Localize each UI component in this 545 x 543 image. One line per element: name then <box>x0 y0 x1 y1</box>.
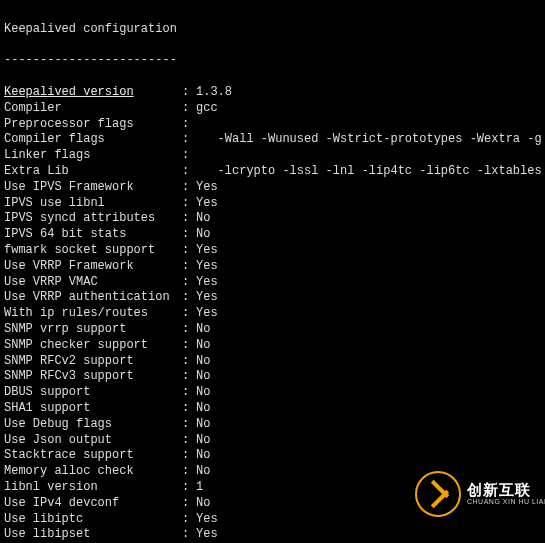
config-label: Keepalived version <box>4 85 182 101</box>
config-label: SHA1 support <box>4 401 182 417</box>
config-value: No <box>196 417 210 433</box>
config-row: Preprocessor flags: <box>4 117 541 133</box>
config-separator: : <box>182 512 196 528</box>
brand-logo: 创新互联 CHUANG XIN HU LIAN <box>415 469 535 519</box>
config-value: Yes <box>196 527 218 543</box>
config-row: Compiler flags: -Wall -Wunused -Wstrict-… <box>4 132 541 148</box>
config-label: Extra Lib <box>4 164 182 180</box>
config-separator: : <box>182 464 196 480</box>
config-row: fwmark socket support:Yes <box>4 243 541 259</box>
config-separator: : <box>182 527 196 543</box>
config-separator: : <box>182 448 196 464</box>
config-separator: : <box>182 101 196 117</box>
config-separator: : <box>182 243 196 259</box>
config-separator: : <box>182 180 196 196</box>
config-label: libnl version <box>4 480 182 496</box>
config-value: Yes <box>196 243 218 259</box>
config-row: SNMP RFCv3 support:No <box>4 369 541 385</box>
config-value: No <box>196 448 210 464</box>
config-label: Memory alloc check <box>4 464 182 480</box>
config-row: Use IPVS Framework:Yes <box>4 180 541 196</box>
config-row: With ip rules/routes:Yes <box>4 306 541 322</box>
config-label: Use IPVS Framework <box>4 180 182 196</box>
config-separator: : <box>182 433 196 449</box>
config-row: Keepalived version:1.3.8 <box>4 85 541 101</box>
config-row: Linker flags: <box>4 148 541 164</box>
config-value: No <box>196 385 210 401</box>
config-value: No <box>196 401 210 417</box>
config-label: Use VRRP Framework <box>4 259 182 275</box>
config-label: Linker flags <box>4 148 182 164</box>
config-value: Yes <box>196 259 218 275</box>
config-label: With ip rules/routes <box>4 306 182 322</box>
config-value: 1 <box>196 480 203 496</box>
config-separator: : <box>182 117 196 133</box>
config-separator: : <box>182 417 196 433</box>
config-value: Yes <box>196 290 218 306</box>
config-label: IPVS use libnl <box>4 196 182 212</box>
config-label: Use libiptc <box>4 512 182 528</box>
config-value: No <box>196 496 210 512</box>
config-value: No <box>196 338 210 354</box>
config-separator: : <box>182 480 196 496</box>
config-label: SNMP checker support <box>4 338 182 354</box>
config-label: Stacktrace support <box>4 448 182 464</box>
brand-name-cn: 创新互联 <box>467 482 545 499</box>
config-row: Compiler:gcc <box>4 101 541 117</box>
config-label: Compiler <box>4 101 182 117</box>
config-label: Use VRRP VMAC <box>4 275 182 291</box>
config-label: Use libipset <box>4 527 182 543</box>
config-separator: : <box>182 227 196 243</box>
config-label: DBUS support <box>4 385 182 401</box>
config-row: IPVS use libnl:Yes <box>4 196 541 212</box>
config-value: Yes <box>196 275 218 291</box>
config-separator: : <box>182 385 196 401</box>
config-row: Use VRRP Framework:Yes <box>4 259 541 275</box>
config-value: No <box>196 464 210 480</box>
config-value: -lcrypto -lssl -lnl -lip4tc -lip6tc -lxt… <box>196 164 542 180</box>
config-label: Use IPv4 devconf <box>4 496 182 512</box>
config-title: Keepalived configuration <box>4 22 541 38</box>
config-separator: : <box>182 401 196 417</box>
config-row: Use Json output:No <box>4 433 541 449</box>
config-value: Yes <box>196 196 218 212</box>
config-row: SNMP checker support:No <box>4 338 541 354</box>
config-separator: : <box>182 132 196 148</box>
brand-logo-icon <box>415 471 461 517</box>
config-label: Use VRRP authentication <box>4 290 182 306</box>
config-label: Use Json output <box>4 433 182 449</box>
config-value: No <box>196 227 210 243</box>
config-label: IPVS 64 bit stats <box>4 227 182 243</box>
config-value: No <box>196 322 210 338</box>
config-row: Extra Lib: -lcrypto -lssl -lnl -lip4tc -… <box>4 164 541 180</box>
config-row: Use Debug flags:No <box>4 417 541 433</box>
terminal-output: Keepalived configuration ---------------… <box>0 0 545 543</box>
config-value: No <box>196 369 210 385</box>
config-value: -Wall -Wunused -Wstrict-prototypes -Wext… <box>196 132 545 148</box>
divider: ------------------------ <box>4 53 541 69</box>
config-row: IPVS 64 bit stats:No <box>4 227 541 243</box>
config-value: No <box>196 354 210 370</box>
config-row: Use libipset:Yes <box>4 527 541 543</box>
config-value: gcc <box>196 101 218 117</box>
config-label: fwmark socket support <box>4 243 182 259</box>
config-separator: : <box>182 496 196 512</box>
config-label: SNMP RFCv2 support <box>4 354 182 370</box>
config-value: Yes <box>196 306 218 322</box>
config-value: Yes <box>196 180 218 196</box>
config-value: No <box>196 433 210 449</box>
config-separator: : <box>182 275 196 291</box>
config-label: IPVS syncd attributes <box>4 211 182 227</box>
config-value: No <box>196 211 210 227</box>
config-separator: : <box>182 290 196 306</box>
config-separator: : <box>182 322 196 338</box>
config-separator: : <box>182 306 196 322</box>
config-separator: : <box>182 338 196 354</box>
config-label: Compiler flags <box>4 132 182 148</box>
config-separator: : <box>182 196 196 212</box>
config-row: IPVS syncd attributes:No <box>4 211 541 227</box>
config-label: Preprocessor flags <box>4 117 182 133</box>
config-row: SNMP RFCv2 support:No <box>4 354 541 370</box>
config-row: Use VRRP VMAC:Yes <box>4 275 541 291</box>
config-label: SNMP vrrp support <box>4 322 182 338</box>
